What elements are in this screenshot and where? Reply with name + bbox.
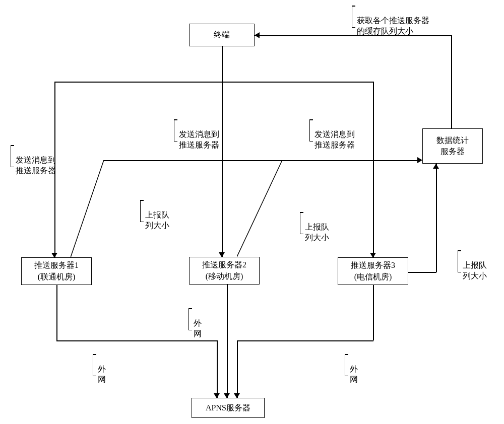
arrow-push2-apns [224,393,230,398]
line-hdist [54,82,373,83]
report-3-label: 上报队 列大小 [463,250,487,281]
line-stats-to-terminal [255,35,452,36]
extnet-3-label: 外 网 [350,354,358,385]
line-push3-up [436,164,437,272]
line-terminal-down [222,46,223,82]
report-3-bracket [458,250,458,272]
send-right-bracket [309,119,310,142]
extnet-2-label: 外 网 [194,308,202,339]
report-1-bracket [140,200,141,222]
report-2-label: 上报队 列大小 [305,211,329,243]
line-push1-down2 [217,340,218,398]
line-push3-up-h [408,272,436,273]
stats-server-label: 数据统计 服务器 [436,135,469,158]
push-server-3-label: 推送服务器3 (电信机房) [351,260,395,282]
report-1-label: 上报队 列大小 [145,199,169,231]
send-left-bracket [11,145,11,167]
push-server-1-label: 推送服务器1 (联通机房) [34,260,79,282]
send-mid-label: 发送消息到 推送服务器 [179,119,219,150]
push-server-2-label: 推送服务器2 (移动机房) [202,259,246,282]
arrow-to-push1 [51,253,57,258]
terminal-label: 终端 [214,29,230,40]
line-stats-up [451,35,452,128]
arrow-to-terminal [255,32,260,38]
diag-push2 [237,160,285,258]
extnet-1-label: 外 网 [98,354,106,385]
line-to-push3 [373,82,374,257]
get-cache-bracket [352,6,352,28]
report-2-bracket [300,212,300,234]
line-push3-left [237,340,373,341]
arrow-to-push3 [370,253,376,258]
apns-server-box: APNS服务器 [192,398,265,418]
line-push2-apns [227,285,228,398]
line-push1-right [56,340,217,341]
svg-line-0 [71,160,104,257]
stats-server-box: 数据统计 服务器 [422,128,483,164]
send-mid-bracket [174,119,174,142]
arrow-push1-apns [214,393,220,398]
svg-line-1 [237,160,282,257]
line-to-push2 [222,82,223,257]
line-push3-down [373,285,374,340]
push-server-2-box: 推送服务器2 (移动机房) [189,257,260,285]
terminal-box: 终端 [189,24,255,46]
arrow-push3-apns [234,393,240,398]
arrow-push3-up [433,164,439,169]
line-push3-down2 [237,340,238,398]
arrow-to-push2 [219,252,225,257]
line-to-push1 [54,82,55,257]
send-right-label: 发送消息到 推送服务器 [314,119,355,150]
extnet-2-bracket [188,308,189,330]
get-cache-label: 获取各个推送服务器 的缓存队列大小 [357,5,429,36]
extnet-3-bracket [345,354,345,376]
send-left-label: 发送消息到 推送服务器 [16,145,56,176]
push-server-3-box: 推送服务器3 (电信机房) [338,257,408,285]
extnet-1-bracket [93,354,93,376]
apns-server-label: APNS服务器 [206,402,250,413]
diag-push1 [71,160,106,258]
push-server-1-box: 推送服务器1 (联通机房) [21,257,92,285]
arrow-to-stats [417,157,422,163]
line-push1-down [56,285,57,340]
